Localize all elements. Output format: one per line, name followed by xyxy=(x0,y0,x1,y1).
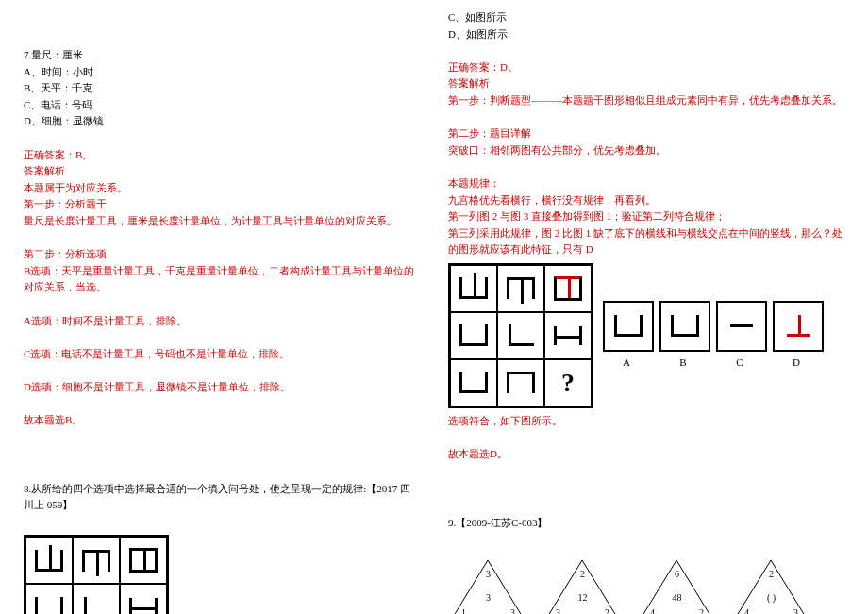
q7-step2-label: 第二步：分析选项 xyxy=(24,246,420,263)
q7-step1-label: 第一步：分析题干 xyxy=(24,196,420,213)
exp-label-d: D xyxy=(773,355,820,372)
q8-fit-text: 选项符合，如下图所示。 xyxy=(448,413,844,430)
triangle-2: 2 12 3 2 xyxy=(542,557,623,614)
q8-conclusion: 故本题选D。 xyxy=(448,446,844,463)
question-7: 7.量尺：厘米 A、时间：小时 B、天平：千克 C、电话：号码 D、细胞：显微镜… xyxy=(24,47,420,429)
q8-optc: C、如图所示 xyxy=(448,9,844,26)
q8-exp-qmark: ? xyxy=(561,362,575,405)
q9-triangles: 3 3 1 3 2 12 3 2 6 48 4 2 2 xyxy=(448,557,844,614)
left-column: 7.量尺：厘米 A、时间：小时 B、天平：千克 C、电话：号码 D、细胞：显微镜… xyxy=(9,9,434,614)
q7-opta-analysis: A选项：时间不是计量工具，排除。 xyxy=(24,313,420,330)
question-8: 8.从所给的四个选项中选择最合适的一个填入问号处，使之呈现一定的规律:【2017… xyxy=(24,481,420,614)
q9-stem: 9.【2009-江苏C-003】 xyxy=(448,515,844,532)
q8-explanation-figure: ? A B C D xyxy=(448,258,844,413)
q8-grid: ? xyxy=(24,535,169,614)
triangle-3: 6 48 4 2 xyxy=(637,557,717,614)
q8-rule-label: 本题规律： xyxy=(448,175,844,192)
exp-label-c: C xyxy=(716,355,763,372)
q7-answer: 正确答案：B。 xyxy=(24,147,420,164)
q7-optb-analysis: B选项：天平是重量计量工具，千克是重量计量单位，二者构成计量工具与计量单位的对应… xyxy=(24,263,420,296)
q8-analysis-label: 答案解析 xyxy=(448,75,844,92)
q8-optd: D、如图所示 xyxy=(448,26,844,43)
exp-label-b: B xyxy=(659,355,707,372)
q7-option-d: D、细胞：显微镜 xyxy=(24,113,420,130)
q7-conclusion: 故本题选B。 xyxy=(24,412,420,429)
q8-answer: 正确答案：D。 xyxy=(448,59,844,76)
q7-optc-analysis: C选项：电话不是计量工具，号码也不是计量单位，排除。 xyxy=(24,346,420,363)
question-9: 9.【2009-江苏C-003】 3 3 1 3 2 12 3 2 6 48 4 xyxy=(448,515,844,614)
q7-stem: 7.量尺：厘米 xyxy=(24,47,420,64)
question-8-continued: C、如图所示 D、如图所示 正确答案：D。 答案解析 第一步：判断题型———本题… xyxy=(448,9,844,463)
q8-rule1: 九宫格优先看横行，横行没有规律，再看列。 xyxy=(448,192,844,209)
triangle-4: 2 ( ) 4 3 xyxy=(731,557,811,614)
q7-analysis-label: 答案解析 xyxy=(24,163,420,180)
q7-line1: 本题属于为对应关系。 xyxy=(24,180,420,197)
exp-label-a: A xyxy=(603,355,650,372)
q7-step1-text: 量尺是长度计量工具，厘米是长度计量单位，为计量工具与计量单位的对应关系。 xyxy=(24,213,420,230)
q8-step2-label: 第二步：题目详解 xyxy=(448,125,844,142)
q7-option-b: B、天平：千克 xyxy=(24,80,420,97)
q8-rule3: 第三列采用此规律，图 2 比图 1 缺了底下的横线和与横线交点在中间的竖线，那么… xyxy=(448,225,844,258)
q8-step2-text: 突破口：相邻两图有公共部分，优先考虑叠加。 xyxy=(448,142,844,159)
q8-rule2: 第一列图 2 与图 3 直接叠加得到图 1；验证第二列符合规律； xyxy=(448,208,844,225)
q7-optd-analysis: D选项：细胞不是计量工具，显微镜不是计量单位，排除。 xyxy=(24,379,420,396)
right-column: C、如图所示 D、如图所示 正确答案：D。 答案解析 第一步：判断题型———本题… xyxy=(434,9,859,614)
q7-option-a: A、时间：小时 xyxy=(24,64,420,81)
q7-option-c: C、电话：号码 xyxy=(24,97,420,114)
triangle-1: 3 3 1 3 xyxy=(448,557,528,614)
q8-step1: 第一步：判断题型———本题题干图形相似且组成元素同中有异，优先考虑叠加关系。 xyxy=(448,92,844,109)
q8-stem: 8.从所给的四个选项中选择最合适的一个填入问号处，使之呈现一定的规律:【2017… xyxy=(24,481,420,514)
